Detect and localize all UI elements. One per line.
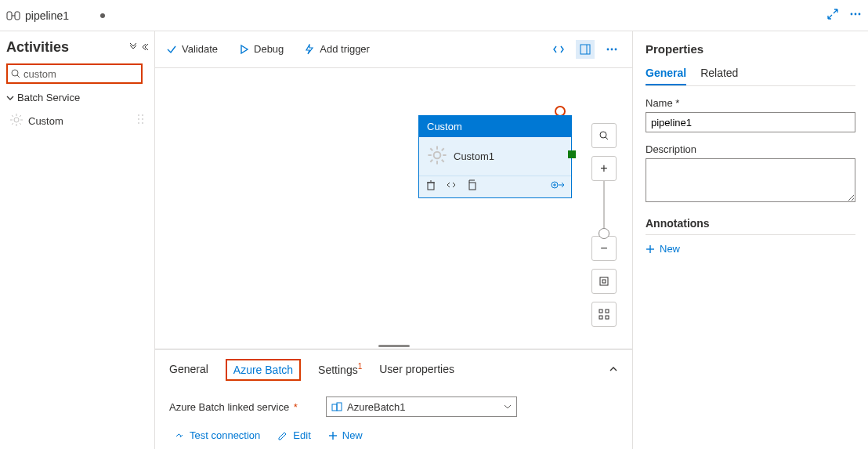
activities-search-input[interactable] xyxy=(24,68,138,80)
add-trigger-button[interactable]: Add trigger xyxy=(304,43,370,55)
properties-title: Properties xyxy=(646,42,855,56)
svg-rect-0 xyxy=(7,12,12,20)
svg-point-8 xyxy=(14,118,19,122)
activity-node-name: Custom1 xyxy=(454,150,494,162)
tab-user-properties[interactable]: User properties xyxy=(379,358,454,382)
edit-button[interactable]: Edit xyxy=(277,429,310,441)
svg-line-45 xyxy=(606,137,608,139)
svg-rect-18 xyxy=(142,114,143,116)
add-trigger-label: Add trigger xyxy=(320,43,370,55)
validate-button[interactable]: Validate xyxy=(166,43,218,55)
properties-toggle-icon[interactable] xyxy=(576,40,595,59)
toolbar-more-icon[interactable] xyxy=(602,40,621,59)
drag-grip-icon xyxy=(137,114,145,129)
activity-node-custom1[interactable]: Custom Custom1 xyxy=(418,115,572,198)
svg-line-16 xyxy=(20,115,21,117)
activities-title: Activities xyxy=(6,39,69,56)
collapse-panel-icon[interactable] xyxy=(609,364,618,376)
activities-search[interactable] xyxy=(6,63,143,84)
pipeline-canvas[interactable]: Custom Custom1 xyxy=(155,67,632,342)
svg-rect-19 xyxy=(138,118,139,120)
auto-align-icon[interactable] xyxy=(591,302,617,327)
success-connector[interactable] xyxy=(568,150,576,158)
gear-icon xyxy=(427,145,447,168)
svg-line-15 xyxy=(12,123,13,125)
ptab-general[interactable]: General xyxy=(646,67,686,85)
svg-rect-17 xyxy=(138,114,139,116)
activities-category[interactable]: Batch Service xyxy=(6,92,148,103)
unsaved-indicator xyxy=(100,13,105,18)
more-icon[interactable] xyxy=(849,9,862,22)
header-bar: pipeline1 xyxy=(0,0,868,31)
code-view-icon[interactable] xyxy=(549,40,568,59)
code-icon[interactable] xyxy=(446,179,457,193)
bottom-panel-handle[interactable] xyxy=(155,342,632,349)
svg-line-14 xyxy=(20,123,21,125)
svg-point-4 xyxy=(855,13,857,16)
pipeline-name: pipeline1 xyxy=(25,9,69,22)
debug-label: Debug xyxy=(254,43,284,55)
debug-button[interactable]: Debug xyxy=(238,43,284,55)
svg-point-28 xyxy=(434,152,441,159)
name-field-label: Name * xyxy=(646,97,855,109)
description-input[interactable] xyxy=(646,158,855,202)
svg-rect-47 xyxy=(602,280,606,283)
properties-tabs: General Related xyxy=(646,67,855,86)
collapse-left-icon[interactable] xyxy=(140,42,148,53)
edit-label: Edit xyxy=(293,429,310,441)
expand-icon[interactable] xyxy=(827,9,838,22)
tab-settings[interactable]: Settings1 xyxy=(318,357,362,382)
test-connection-button[interactable]: Test connection xyxy=(174,429,260,441)
svg-rect-49 xyxy=(606,310,609,313)
add-output-icon[interactable] xyxy=(551,179,565,193)
tab-general[interactable]: General xyxy=(169,358,208,382)
validate-label: Validate xyxy=(182,43,218,55)
test-connection-label: Test connection xyxy=(190,429,260,441)
svg-rect-20 xyxy=(142,118,143,120)
svg-point-3 xyxy=(851,13,853,16)
activities-category-label: Batch Service xyxy=(17,92,80,103)
activity-item-custom[interactable]: Custom xyxy=(6,108,148,133)
zoom-slider[interactable] xyxy=(603,181,605,236)
svg-point-44 xyxy=(600,132,606,138)
pipeline-icon xyxy=(6,9,20,23)
add-annotation-button[interactable]: New xyxy=(646,243,855,255)
chevron-down-icon xyxy=(6,94,14,102)
zoom-handle[interactable] xyxy=(599,228,609,239)
svg-point-6 xyxy=(12,70,18,76)
collapse-down-icon[interactable] xyxy=(129,42,137,53)
linked-service-select[interactable]: AzureBatch1 xyxy=(326,396,517,417)
linked-service-label: Azure Batch linked service * xyxy=(169,401,326,413)
ptab-related[interactable]: Related xyxy=(700,67,738,85)
svg-rect-23 xyxy=(580,45,590,54)
new-button[interactable]: New xyxy=(328,429,363,441)
svg-rect-51 xyxy=(606,316,609,319)
gear-icon xyxy=(9,113,24,129)
svg-point-25 xyxy=(607,48,609,50)
svg-rect-48 xyxy=(599,310,602,313)
search-icon xyxy=(11,69,20,78)
svg-rect-50 xyxy=(599,316,602,319)
tab-azure-batch[interactable]: Azure Batch xyxy=(226,359,301,381)
name-input[interactable] xyxy=(646,112,855,132)
fit-to-screen-icon[interactable] xyxy=(591,269,617,294)
svg-rect-1 xyxy=(15,12,20,20)
zoom-in-button[interactable]: + xyxy=(591,156,617,181)
svg-point-26 xyxy=(611,48,613,50)
settings-badge: 1 xyxy=(358,362,363,371)
description-field-label: Description xyxy=(646,143,855,155)
svg-rect-46 xyxy=(600,277,608,285)
svg-rect-40 xyxy=(469,183,476,190)
canvas-search-icon[interactable] xyxy=(591,123,617,148)
linked-service-value: AzureBatch1 xyxy=(347,401,405,413)
add-annotation-label: New xyxy=(660,243,680,255)
annotations-section: Annotations xyxy=(646,217,855,235)
chevron-down-icon xyxy=(504,403,512,411)
activity-node-type-label: Custom xyxy=(419,116,571,137)
svg-line-33 xyxy=(430,148,432,150)
copy-icon[interactable] xyxy=(466,179,477,193)
pipeline-toolbar: Validate Debug Add trigger xyxy=(155,31,632,67)
delete-icon[interactable] xyxy=(425,179,436,193)
activity-item-label: Custom xyxy=(28,115,63,127)
zoom-out-button[interactable]: − xyxy=(591,236,617,261)
